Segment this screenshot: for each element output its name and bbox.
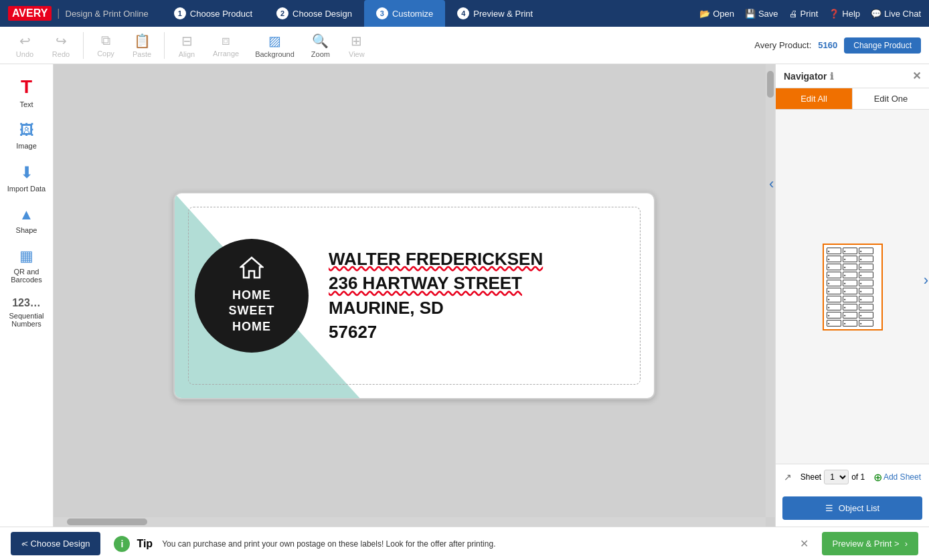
import-data-icon: ⬇ xyxy=(20,163,33,182)
thumb-label-10 xyxy=(827,272,841,278)
paste-button[interactable]: 📋 Paste xyxy=(125,30,159,61)
view-button[interactable]: ⊞ View xyxy=(340,30,373,61)
nav-save[interactable]: 💾 Save xyxy=(745,9,778,19)
edit-mode-buttons: Edit All Edit One xyxy=(776,88,929,110)
tip-section: i Tip You can purchase and print your ow… xyxy=(114,536,808,552)
navigator-close-button[interactable]: ✕ xyxy=(912,70,921,82)
toolbar-sep-2 xyxy=(164,32,165,59)
choose-design-label: < Choose Design xyxy=(23,539,90,549)
thumb-label-27 xyxy=(859,312,873,318)
nav-live-chat[interactable]: 💬 Live Chat xyxy=(871,9,921,19)
right-panel: Navigator ℹ ✕ Edit All Edit One ‹ xyxy=(775,64,929,527)
nav-open[interactable]: 📂 Open xyxy=(699,9,734,19)
tool-import-data[interactable]: ⬇ Import Data xyxy=(3,158,50,198)
address-line-1: WALTER FREDERICKSEN xyxy=(329,247,634,271)
step-num-2: 2 xyxy=(276,7,288,19)
thumb-label-22 xyxy=(827,304,841,310)
circle-text: HOME SWEET HOME xyxy=(228,288,274,335)
bottom-content: ‹ < Choose Design i Tip You can purchase… xyxy=(11,532,918,555)
choose-design-button[interactable]: ‹ < Choose Design xyxy=(11,532,100,555)
sheet-next-button[interactable]: › xyxy=(924,272,928,289)
step-num-4: 4 xyxy=(457,7,469,19)
tool-text[interactable]: T Text xyxy=(3,71,50,114)
toolbar: ↩ Undo ↪ Redo ⧉ Copy 📋 Paste ⊟ Align ⧈ A… xyxy=(0,27,929,64)
edit-all-button[interactable]: Edit All xyxy=(776,88,852,109)
step-label-2: Choose Design xyxy=(292,9,352,19)
tool-image[interactable]: 🖼 Image xyxy=(3,116,50,155)
house-icon xyxy=(240,256,264,284)
copy-button[interactable]: ⧉ Copy xyxy=(89,30,122,60)
tool-seq-label: Sequential Numbers xyxy=(7,312,46,328)
preview-print-label: Preview & Print > xyxy=(833,539,900,549)
thumb-label-1 xyxy=(827,248,841,254)
copy-icon: ⧉ xyxy=(101,33,110,48)
thumb-label-11 xyxy=(843,272,857,278)
circle-line2: SWEET xyxy=(228,304,274,317)
tool-shape-label: Shape xyxy=(16,226,37,234)
paste-label: Paste xyxy=(133,50,151,58)
thumb-label-20 xyxy=(843,296,857,302)
step-label-4: Preview & Print xyxy=(473,9,533,19)
tool-qr-label: QR and Barcodes xyxy=(7,268,46,284)
thumb-label-29 xyxy=(843,320,857,326)
navigator-header: Navigator ℹ ✕ xyxy=(776,64,929,88)
thumb-label-13 xyxy=(827,280,841,286)
h-scroll-thumb[interactable] xyxy=(67,519,147,525)
step-label-3: Customize xyxy=(392,9,433,19)
step-customize[interactable]: 3 Customize xyxy=(364,0,445,27)
arrange-label: Arrange xyxy=(213,50,239,58)
circle-line3: HOME xyxy=(232,320,271,333)
undo-label: Undo xyxy=(16,50,33,58)
text-icon: T xyxy=(21,76,32,98)
sheet-controls: ↗ Sheet 1 of 1 ⊕ Add Sheet xyxy=(776,464,929,490)
preview-print-button[interactable]: Preview & Print > › xyxy=(822,532,918,555)
product-label: Avery Product: xyxy=(754,40,811,50)
tool-sequential-numbers[interactable]: 123… Sequential Numbers xyxy=(3,292,50,333)
sheet-select[interactable]: 1 xyxy=(824,470,849,484)
step-choose-design[interactable]: 2 Choose Design xyxy=(264,0,364,27)
address-line-3: MAURINE, SD xyxy=(329,296,634,320)
edit-one-button[interactable]: Edit One xyxy=(852,88,929,109)
horizontal-scrollbar[interactable] xyxy=(54,517,766,527)
step-choose-product[interactable]: 1 Choose Product xyxy=(162,0,264,27)
arrange-button[interactable]: ⧈ Arrange xyxy=(206,30,246,60)
undo-button[interactable]: ↩ Undo xyxy=(8,30,41,61)
thumb-label-3 xyxy=(859,248,873,254)
tip-close-button[interactable]: ✕ xyxy=(800,537,809,550)
avery-logo: AVERY xyxy=(8,6,52,21)
tool-shape[interactable]: ▲ Shape xyxy=(3,201,50,240)
zoom-button[interactable]: 🔍 Zoom xyxy=(304,30,337,61)
circle-logo[interactable]: HOME SWEET HOME xyxy=(195,239,309,353)
label-preview[interactable]: HOME SWEET HOME WALTER FREDERICKSEN 236 … xyxy=(173,192,655,399)
add-sheet-button[interactable]: ⊕ Add Sheet xyxy=(873,471,921,484)
align-button[interactable]: ⊟ Align xyxy=(170,30,203,61)
expand-icon[interactable]: ↗ xyxy=(784,472,792,482)
tool-import-label: Import Data xyxy=(7,185,46,193)
brand-title: Design & Print Online xyxy=(66,9,149,19)
background-button[interactable]: ▨ Background xyxy=(248,30,301,61)
tool-text-label: Text xyxy=(19,100,33,108)
vertical-scrollbar[interactable] xyxy=(766,64,775,517)
change-product-button[interactable]: Change Product xyxy=(844,37,921,54)
view-icon: ⊞ xyxy=(351,33,362,49)
tool-image-label: Image xyxy=(16,142,37,150)
nav-print[interactable]: 🖨 Print xyxy=(789,9,819,19)
nav-help[interactable]: ❓ Help xyxy=(829,9,860,19)
address-text[interactable]: WALTER FREDERICKSEN 236 HARTWAY STREET M… xyxy=(329,247,634,345)
thumb-label-6 xyxy=(859,256,873,262)
tool-qr-barcodes[interactable]: ▦ QR and Barcodes xyxy=(3,242,50,289)
background-label: Background xyxy=(255,50,294,58)
copy-label: Copy xyxy=(97,50,114,58)
canvas-area: HOME SWEET HOME WALTER FREDERICKSEN 236 … xyxy=(54,64,775,527)
sheet-prev-button[interactable]: ‹ xyxy=(766,173,776,195)
thumb-label-26 xyxy=(843,312,857,318)
sheet-preview: ‹ xyxy=(776,110,929,464)
navigator-info-icon[interactable]: ℹ xyxy=(830,71,833,82)
redo-label: Redo xyxy=(52,50,70,58)
redo-button[interactable]: ↪ Redo xyxy=(44,30,78,61)
sequential-icon: 123… xyxy=(12,297,41,309)
thumb-label-9 xyxy=(859,264,873,270)
object-list-button[interactable]: ☰ Object List xyxy=(782,496,922,520)
align-label: Align xyxy=(179,50,195,58)
step-preview-print[interactable]: 4 Preview & Print xyxy=(445,0,545,27)
